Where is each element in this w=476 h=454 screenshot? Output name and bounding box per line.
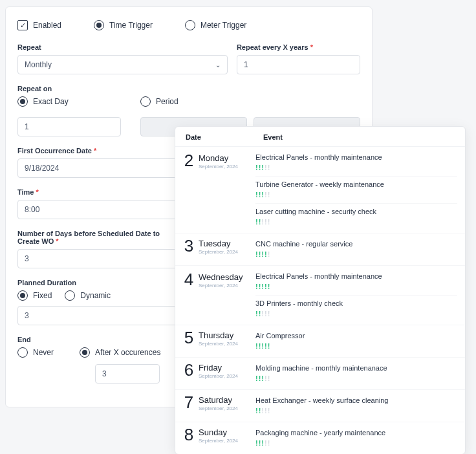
priority-ticks [255,341,457,351]
tick-icon [261,438,264,448]
calendar-event[interactable]: Molding machine - monthly maintenanace [255,360,457,387]
days-before-label: Number of Days before Scheduled Date to … [17,230,179,245]
time-value: 8:00 [25,205,39,214]
calendar-row: 4WednesdaySeptember, 2024Electrical Pane… [175,265,465,325]
calendar-event[interactable]: Laser cutting machine - security check [255,203,457,230]
repeat-every-input[interactable]: 1 [237,55,360,74]
calendar-row: 8SundaySeptember, 2024Packaging machine … [175,422,465,454]
time-input[interactable]: 8:00 [17,200,179,219]
calendar-date-cell: 2MondaySeptember, 2024 [175,147,253,233]
first-occurrence-value: 9/18/2024 [25,164,59,173]
calendar-event-title: Turbine Generator - weekly maintenance [255,180,457,188]
calendar-day-meta: September, 2024 [199,373,238,379]
calendar-date-cell: 7SaturdaySeptember, 2024 [175,390,253,422]
tick-icon [259,163,261,172]
calendar-day-number: 5 [183,329,195,346]
end-after-label: After X occurences [95,348,160,357]
calendar-event[interactable]: Electrical Panels - monthly maintenance [255,268,457,295]
planned-dynamic-radio[interactable]: Dynamic [65,290,111,301]
planned-duration-input[interactable]: 3 [17,306,179,325]
tick-icon [265,217,267,226]
calendar-event-title: 3D Printers - monthly check [255,299,457,307]
radio-icon [80,347,90,358]
calendar-events-cell: Electrical Panels - monthly maintenanceT… [253,147,465,233]
tick-icon [259,438,261,448]
end-never-label: Never [33,348,54,357]
time-label: Time * [17,188,179,196]
calendar-event[interactable]: Heat Exchanger - weekly surface cleaning [255,393,457,419]
first-occurrence-input[interactable]: 9/18/2024 [17,158,179,178]
calendar-day-name: Friday [199,363,238,373]
radio-icon [65,290,75,301]
priority-ticks [255,190,457,199]
priority-ticks [255,374,457,383]
calendar-day-number: 7 [183,394,195,411]
tick-icon [259,190,261,199]
calendar-event[interactable]: 3D Printers - monthly check [255,295,457,322]
calendar-day-name: Wednesday [199,273,243,282]
tick-icon [265,282,267,291]
repeat-on-period-radio[interactable]: Period [140,96,178,107]
calendar-day-number: 3 [183,237,195,254]
tick-icon [255,438,258,448]
repeat-row: Repeat Monthly ⌄ Repeat every X years * … [17,43,360,74]
tick-icon [265,250,267,259]
calendar-header: Date Event [175,127,465,147]
calendar-day-name: Sunday [199,428,238,437]
calendar-event-title: Laser cutting machine - security check [255,208,457,215]
tick-icon [259,374,261,383]
radio-icon [17,347,28,358]
tick-icon [268,250,270,259]
calendar-event[interactable]: Turbine Generator - weekly maintenance [255,176,457,203]
repeat-label: Repeat [17,43,228,51]
tick-icon [268,341,270,351]
tick-icon [268,374,270,383]
radio-icon [94,20,104,30]
calendar-day-number: 2 [183,152,195,169]
radio-icon [17,96,28,107]
trigger-time-radio[interactable]: Time Trigger [94,20,153,30]
tick-icon [255,163,258,172]
calendar-event[interactable]: Packaging machine - yearly maintenance [255,425,457,451]
calendar-event[interactable]: Electrical Panels - monthly maintenance [255,149,457,176]
planned-duration-value: 3 [25,311,29,320]
calendar-event[interactable]: CNC machine - regular service [255,236,457,263]
planned-duration-section: Planned Duration Fixed Dynamic 3 [17,279,179,325]
tick-icon [268,406,270,415]
tick-icon [265,406,267,415]
end-never-radio[interactable]: Never [17,347,54,358]
calendar-event-title: Air Compressor [255,332,457,340]
calendar-day-meta: September, 2024 [199,283,243,288]
calendar-event-title: Packaging machine - yearly maintenance [255,429,457,437]
tick-icon [261,341,264,351]
calendar-day-meta: September, 2024 [199,341,238,347]
tick-icon [261,190,264,199]
calendar-day-name: Monday [199,154,238,163]
planned-fixed-radio[interactable]: Fixed [17,290,52,301]
end-after-radio[interactable]: After X occurences [80,347,160,358]
checkbox-box: ✓ [17,20,28,30]
tick-icon [265,309,267,318]
exact-day-value: 1 [25,122,29,131]
calendar-event[interactable]: Air Compressor [255,328,457,354]
calendar-row: 6FridaySeptember, 2024Molding machine - … [175,357,465,389]
repeat-select[interactable]: Monthly ⌄ [17,55,228,74]
enabled-checkbox[interactable]: ✓ Enabled [17,20,61,30]
tick-icon [259,309,261,318]
days-before-input[interactable]: 3 [17,249,179,268]
calendar-date-cell: 6FridaySeptember, 2024 [175,358,253,389]
end-after-input[interactable]: 3 [95,364,160,384]
trigger-meter-radio[interactable]: Meter Trigger [185,20,246,30]
tick-icon [255,217,258,226]
calendar-day-name: Saturday [199,396,238,405]
calendar-day-meta: September, 2024 [199,249,238,255]
tick-icon [261,406,264,415]
repeat-value: Monthly [25,60,52,69]
tick-icon [255,250,258,259]
calendar-date-cell: 4WednesdaySeptember, 2024 [175,266,253,325]
calendar-day-name: Thursday [199,331,238,340]
exact-day-input[interactable]: 1 [17,117,121,136]
repeat-on-exact-radio[interactable]: Exact Day [17,96,69,107]
trigger-top-row: ✓ Enabled Time Trigger Meter Trigger [17,20,360,30]
calendar-day-name: Tuesday [199,239,238,248]
